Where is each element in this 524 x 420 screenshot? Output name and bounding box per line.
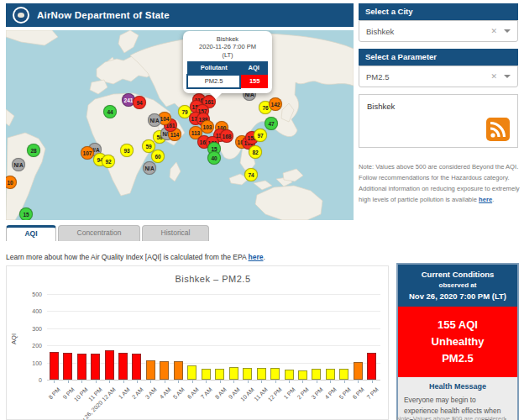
chart-x-tick	[317, 381, 317, 383]
chart-bar	[229, 367, 238, 380]
chart-x-tick	[206, 381, 207, 383]
tab-aqi[interactable]: AQI	[6, 225, 56, 241]
aqi-marker[interactable]: 60	[151, 150, 165, 163]
city-caret-icon[interactable]	[504, 29, 511, 36]
app-title: AirNow Department of State	[37, 10, 170, 20]
city-clear-icon[interactable]: ✕	[490, 27, 497, 35]
chart-x-tick	[54, 381, 55, 383]
chart-x-tick-label: 6 AM	[186, 386, 200, 400]
health-message-title: Health Message	[404, 382, 511, 391]
aqi-marker[interactable]: 74	[244, 168, 258, 181]
conditions-datetime: Nov 26, 2020 7:00 PM (LT)	[401, 291, 514, 301]
aqi-marker[interactable]: N/A	[143, 161, 156, 175]
chart-bar	[132, 354, 141, 380]
chart-bar	[187, 365, 196, 380]
popup-table: Pollutant AQI PM2.5 155	[186, 61, 269, 89]
aqi-marker[interactable]: 107	[81, 146, 94, 160]
chart-bar	[354, 362, 363, 380]
chart-bar	[63, 353, 72, 380]
chart-x-tick	[178, 381, 179, 383]
chart-x-tick	[358, 381, 359, 383]
conditions-observed-label: observed at	[401, 281, 514, 289]
aqi-chart: Bishkek – PM2.5 AQI 01002003004005008 PM…	[6, 265, 389, 420]
tab-concentration[interactable]: Concentration	[58, 225, 140, 241]
chart-x-tick	[302, 381, 303, 383]
aqi-marker[interactable]: 142	[269, 97, 282, 111]
aqi-marker[interactable]: 93	[120, 144, 134, 157]
chart-x-tick-label: 4 AM	[159, 386, 172, 400]
chart-x-tick	[233, 381, 234, 383]
aqi-marker[interactable]: 44	[103, 105, 117, 118]
sidebar-note-suffix: .	[492, 196, 494, 203]
chart-x-tick	[81, 381, 82, 383]
chart-bar	[91, 354, 100, 380]
chart-x-tick-label: 5 PM	[338, 386, 352, 401]
rss-city-label: Bishkek	[367, 102, 395, 111]
chart-y-tick-label: 300	[20, 325, 42, 331]
chart-y-axis-label: AQI	[10, 333, 18, 344]
chart-bar	[326, 369, 335, 380]
aqi-marker[interactable]: 92	[102, 155, 115, 168]
learn-more-link[interactable]: here	[249, 253, 264, 261]
chart-x-tick	[344, 381, 345, 383]
learn-more-suffix: .	[264, 253, 265, 261]
aqi-marker[interactable]: 168	[220, 129, 233, 143]
world-map[interactable]: 28N/A10154424194N/A1079492935960N/A58N/A…	[6, 30, 354, 220]
parameter-caret-icon[interactable]	[504, 75, 511, 81]
aqi-marker[interactable]: N/A	[12, 158, 25, 171]
aqi-marker[interactable]: 103	[201, 120, 214, 134]
aqi-marker[interactable]: 15	[19, 207, 33, 220]
parameter-clear-icon[interactable]: ✕	[490, 72, 497, 81]
aqi-marker[interactable]: 97	[254, 129, 267, 142]
select-city-header: Select a City	[359, 3, 518, 20]
chart-bar	[77, 354, 86, 380]
conditions-category: Unhealthy	[401, 333, 514, 350]
aqi-marker[interactable]: 47	[265, 117, 278, 130]
chart-bar	[312, 369, 321, 380]
sidebar-note-link[interactable]: here	[479, 196, 492, 203]
chart-x-tick-label: 1 AM	[117, 386, 130, 400]
learn-more-line: Learn more about how the Air Quality Ind…	[6, 253, 265, 261]
aqi-marker[interactable]: 94	[133, 96, 146, 109]
select-parameter-header: Select a Parameter	[359, 49, 518, 66]
chart-bar	[105, 350, 114, 380]
conditions-aqi-value: 155 AQI	[401, 317, 514, 333]
chart-x-tick-label: 10 PM	[73, 386, 89, 402]
sidebar-note-text: Note: Values above 500 are considered Be…	[359, 163, 520, 204]
aqi-marker[interactable]: 40	[207, 151, 221, 165]
chart-x-tick-label: 7 AM	[200, 386, 213, 400]
health-message-block: Health Message Everyone may begin to exp…	[398, 377, 517, 420]
state-department-seal-icon	[13, 7, 29, 24]
chart-y-tick-label: 100	[20, 360, 42, 365]
popup-pollutant-value: PM2.5	[187, 75, 240, 88]
chart-bar	[257, 368, 266, 380]
tab-historical[interactable]: Historical	[142, 225, 209, 241]
sidebar-note: Note: Values above 500 are considered Be…	[359, 161, 520, 206]
popup-datetime: 2020-11-26 7:00 PM	[186, 43, 269, 50]
rss-icon[interactable]	[486, 118, 510, 141]
popup-col-aqi: AQI	[240, 61, 268, 74]
aqi-marker[interactable]: 82	[249, 145, 262, 159]
chart-bar	[160, 361, 169, 380]
chart-x-tick	[109, 381, 110, 383]
chart-x-tick	[289, 381, 290, 383]
chart-x-tick-label: 3 PM	[310, 386, 324, 401]
chart-bar	[243, 368, 252, 380]
aqi-marker[interactable]: 10	[6, 176, 17, 189]
current-conditions-header: Current Conditions observed at Nov 26, 2…	[398, 265, 517, 307]
chart-x-tick	[372, 381, 373, 383]
popup-timezone: (LT)	[186, 51, 269, 59]
chart-y-tick-label: 500	[20, 291, 42, 297]
city-select-value: Bishkek	[366, 27, 490, 36]
aqi-marker[interactable]: N/A	[148, 113, 161, 127]
map-popup: Bishkek 2020-11-26 7:00 PM (LT) Pollutan…	[183, 31, 272, 93]
aqi-marker-layer: 28N/A10154424194N/A1079492935960N/A58N/A…	[6, 30, 354, 220]
chart-bar	[118, 353, 128, 380]
rss-feed-box: Bishkek	[359, 94, 518, 148]
aqi-marker[interactable]: 28	[27, 144, 40, 157]
chart-x-tick	[68, 381, 69, 383]
chart-x-tick	[261, 381, 262, 383]
city-select[interactable]: Bishkek ✕	[359, 20, 518, 42]
chart-title: Bishkek – PM2.5	[47, 274, 379, 284]
parameter-select[interactable]: PM2.5 ✕	[359, 66, 518, 87]
